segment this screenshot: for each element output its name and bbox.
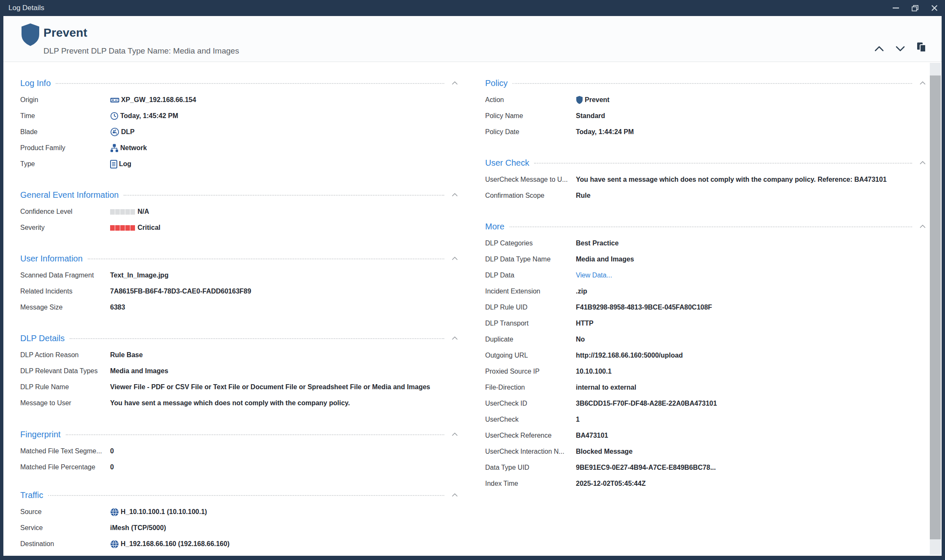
vertical-scrollbar[interactable] [930, 63, 941, 555]
restore-icon [912, 5, 918, 11]
right-column: PolicyActionPreventPolicy NameStandardPo… [485, 62, 926, 556]
field-value: .zip [576, 288, 587, 295]
field-label: Confidence Level [20, 208, 110, 215]
severity-level-bar [110, 225, 135, 231]
collapse-chevron-icon[interactable] [452, 81, 458, 85]
collapse-chevron-icon[interactable] [452, 337, 458, 340]
field-value-wrap: iMesh (TCP/5000) [110, 524, 166, 532]
field-value-wrap: You have sent a message which does not c… [576, 176, 887, 183]
next-log-button[interactable] [896, 46, 905, 51]
field-row-confirmation-scope: Confirmation ScopeRule [485, 188, 926, 204]
field-row-usercheck-interaction-n: UserCheck Interaction N...Blocked Messag… [485, 444, 926, 460]
header-actions [875, 45, 926, 53]
field-value: 10.10.100.1 [576, 368, 612, 375]
section-divider [66, 434, 444, 435]
field-value: 7A8615FB-B6F4-78D3-CAE0-FADD60163F89 [110, 288, 251, 295]
field-label: Outgoing URL [485, 352, 576, 359]
window-title: Log Details [8, 0, 44, 16]
clock-icon [110, 112, 119, 120]
collapse-chevron-icon[interactable] [452, 493, 458, 497]
section-title: Log Info [20, 78, 51, 88]
field-row-source: SourceH_10.10.100.1 (10.10.100.1) [20, 504, 458, 520]
view-data-link[interactable]: View Data... [576, 272, 612, 279]
field-label: Related Incidents [20, 288, 110, 295]
log-content: Log InfoOriginXP_GW_192.168.66.154TimeTo… [3, 62, 942, 556]
section-log-info: Log InfoOriginXP_GW_192.168.66.154TimeTo… [20, 78, 458, 172]
field-label: Product Family [20, 144, 110, 152]
collapse-chevron-icon[interactable] [452, 257, 458, 260]
section-user-check: User CheckUserCheck Message to U...You h… [485, 157, 926, 204]
left-column: Log InfoOriginXP_GW_192.168.66.154TimeTo… [20, 62, 458, 556]
field-label: Scanned Data Fragment [20, 272, 110, 279]
previous-log-button[interactable] [875, 46, 884, 51]
collapse-chevron-icon[interactable] [920, 161, 926, 164]
field-value: H_192.168.66.160 (192.168.66.160) [121, 540, 230, 548]
field-value-wrap: 7A8615FB-B6F4-78D3-CAE0-FADD60163F89 [110, 288, 251, 295]
section-header: User Check [485, 157, 926, 168]
copy-icon [917, 42, 926, 53]
section-rows: UserCheck Message to U...You have sent a… [485, 172, 926, 204]
close-icon [932, 5, 937, 11]
field-value-wrap: Text_In_Image.jpg [110, 272, 168, 279]
field-label: DLP Categories [485, 240, 576, 247]
field-row-proxied-source-ip: Proxied Source IP10.10.100.1 [485, 363, 926, 380]
field-value-wrap: Prevent [576, 96, 610, 104]
dialog-surface: Prevent DLP Prevent DLP Data Type Name: … [3, 16, 942, 556]
section-header: Policy [485, 78, 926, 89]
field-value-wrap: 3B6CDD15-F70F-DF48-A28E-22A0BA473101 [576, 400, 717, 407]
field-value: 2025-12-02T05:45:44Z [576, 480, 645, 487]
field-value-wrap: HTTP [576, 320, 594, 327]
field-row-incident-extension: Incident Extension.zip [485, 283, 926, 299]
collapse-chevron-icon[interactable] [920, 225, 926, 228]
dlp-blade-icon [110, 127, 119, 137]
field-row-data-type-uid: Data Type UID9BE91EC9-0E27-4B94-A7CE-E84… [485, 460, 926, 476]
minimize-button[interactable] [891, 3, 900, 13]
field-value-wrap: XP_GW_192.168.66.154 [110, 96, 196, 104]
field-value: Media and Images [110, 367, 168, 375]
field-row-time: TimeToday, 1:45:42 PM [20, 108, 458, 124]
field-row-usercheck-reference: UserCheck ReferenceBA473101 [485, 428, 926, 444]
field-value: internal to external [576, 384, 636, 391]
field-row-duplicate: DuplicateNo [485, 331, 926, 347]
field-label: Blade [20, 128, 110, 136]
field-value: F41B9298-8958-4813-9BCE-045FA80C108F [576, 304, 712, 311]
field-label: DLP Rule Name [20, 383, 110, 391]
field-row-usercheck-id: UserCheck ID3B6CDD15-F70F-DF48-A28E-22A0… [485, 396, 926, 412]
section-general-event-information: General Event InformationConfidence Leve… [20, 189, 458, 236]
field-row-index-time: Index Time2025-12-02T05:45:44Z [485, 476, 926, 492]
field-label: Action [485, 96, 576, 104]
copy-button[interactable] [917, 42, 926, 53]
collapse-chevron-icon[interactable] [920, 81, 926, 85]
section-divider [88, 258, 444, 259]
section-rows: SourceH_10.10.100.1 (10.10.100.1)Service… [20, 504, 458, 552]
scrollbar-thumb[interactable] [930, 75, 941, 539]
field-value: Today, 1:44:24 PM [576, 128, 634, 136]
field-value: You have sent a message which does not c… [110, 399, 350, 407]
field-row-message-size: Message Size6383 [20, 299, 458, 315]
field-value: Media and Images [576, 256, 634, 263]
field-value: 6383 [110, 304, 125, 311]
section-title: More [485, 222, 505, 232]
page-title: Prevent [43, 26, 87, 40]
field-label: UserCheck Message to U... [485, 176, 576, 183]
field-value-wrap: Viewer File - PDF or CSV File or Text Fi… [110, 383, 430, 391]
close-button[interactable] [930, 3, 939, 13]
section-rows: Scanned Data FragmentText_In_Image.jpgRe… [20, 267, 458, 315]
collapse-chevron-icon[interactable] [452, 433, 458, 436]
field-row-action: ActionPrevent [485, 92, 926, 108]
field-value-wrap: Rule [576, 192, 591, 199]
collapse-chevron-icon[interactable] [452, 193, 458, 197]
field-row-dlp-transport: DLP TransportHTTP [485, 315, 926, 331]
confidence-level-bar [110, 209, 135, 215]
field-row-usercheck-message-to-u: UserCheck Message to U...You have sent a… [485, 172, 926, 188]
field-row-confidence-level: Confidence LevelN/A [20, 204, 458, 220]
restore-button[interactable] [910, 3, 920, 13]
field-value: 9BE91EC9-0E27-4B94-A7CE-E849B6BC78... [576, 464, 716, 471]
field-label: UserCheck [485, 416, 576, 423]
field-value: Network [120, 144, 147, 152]
field-label: UserCheck ID [485, 400, 576, 407]
field-row-related-incidents: Related Incidents7A8615FB-B6F4-78D3-CAE0… [20, 283, 458, 299]
section-divider [534, 163, 912, 164]
field-value-wrap: Media and Images [110, 367, 168, 375]
field-value-wrap: Network [110, 144, 147, 152]
